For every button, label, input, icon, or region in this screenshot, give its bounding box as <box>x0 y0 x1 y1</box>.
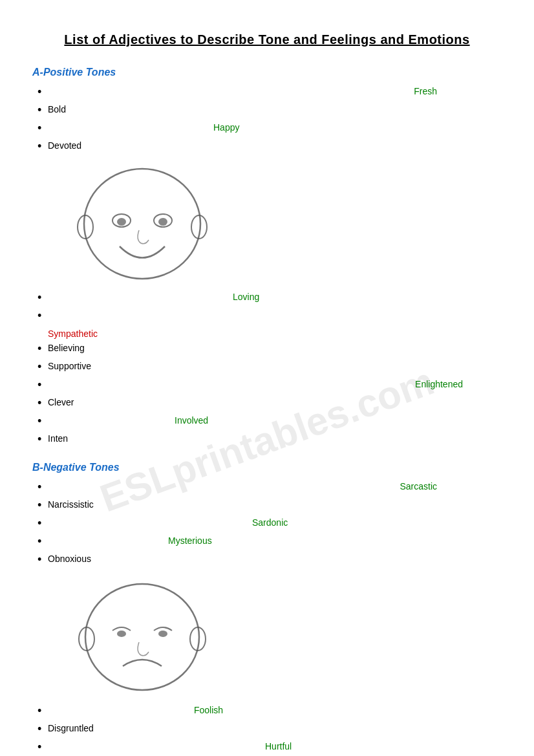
bullet: • <box>37 292 41 305</box>
list-item: • Devoted <box>32 140 502 156</box>
happy-face-svg <box>71 162 213 285</box>
fresh-label: Fresh <box>414 86 437 96</box>
obnoxious-label: Obnoxious <box>48 554 91 564</box>
bullet: • <box>37 481 41 494</box>
list-item: • Inten <box>32 433 502 449</box>
sympathetic-label: Sympathetic <box>48 329 98 339</box>
clever-label: Clever <box>48 397 74 407</box>
bullet: • <box>37 705 41 718</box>
believing-label: Believing <box>48 343 85 353</box>
bullet: • <box>37 310 41 323</box>
bullet: • <box>37 397 41 410</box>
positive-section: A-Positive Tones • Fresh • Bold • Happy … <box>32 67 502 449</box>
enlightened-label: Enlightened <box>415 379 463 389</box>
disgruntled-label: Disgruntled <box>48 723 94 733</box>
negative-heading: B-Negative Tones <box>32 462 502 473</box>
bullet: • <box>37 122 41 135</box>
bullet: • <box>37 343 41 356</box>
hurtful-label: Hurtful <box>265 741 292 751</box>
svg-point-0 <box>84 169 200 279</box>
foolish-label: Foolish <box>194 705 223 715</box>
list-item: • Believing <box>32 343 502 358</box>
svg-point-11 <box>158 631 167 637</box>
svg-point-6 <box>158 218 167 226</box>
happy-label: Happy <box>213 122 239 133</box>
list-item: • Supportive <box>32 361 502 376</box>
bullet: • <box>37 741 41 754</box>
list-item: • Enlightened <box>32 379 502 394</box>
list-item: • Happy <box>32 122 502 138</box>
list-item: • Hurtful <box>32 741 502 756</box>
svg-point-4 <box>117 218 126 226</box>
list-item: • Clever <box>32 397 502 413</box>
list-item: • Mysterious <box>32 535 502 551</box>
bullet: • <box>37 140 41 153</box>
list-item: • Loving <box>32 292 502 307</box>
bullet: • <box>37 415 41 428</box>
bullet: • <box>37 554 41 567</box>
list-item: • Involved <box>32 415 502 431</box>
bold-label: Bold <box>48 104 66 114</box>
sardonic-label: Sardonic <box>252 517 288 528</box>
bullet: • <box>37 535 41 548</box>
supportive-label: Supportive <box>48 361 91 371</box>
bullet: • <box>37 379 41 392</box>
sad-face-svg <box>71 576 213 698</box>
sarcastic-label: Sarcastic <box>400 481 437 491</box>
mysterious-label: Mysterious <box>168 535 212 546</box>
list-item: • Sarcastic <box>32 481 502 497</box>
sad-face-container <box>71 576 502 698</box>
bullet: • <box>37 517 41 530</box>
list-item: • Fresh <box>32 86 502 102</box>
loving-label: Loving <box>233 292 259 302</box>
bullet: • <box>37 499 41 512</box>
bullet: • <box>37 723 41 736</box>
happy-face-container <box>71 162 502 285</box>
list-item: • Obnoxious <box>32 554 502 569</box>
list-item: • Disgruntled <box>32 723 502 739</box>
devoted-label: Devoted <box>48 140 81 151</box>
negative-section: B-Negative Tones • Sarcastic • Narcissis… <box>32 462 502 756</box>
bullet: • <box>37 433 41 446</box>
page-title: List of Adjectives to Describe Tone and … <box>32 32 502 47</box>
inten-label: Inten <box>48 433 68 444</box>
bullet: • <box>37 86 41 99</box>
bullet: • <box>37 361 41 374</box>
narcissistic-label: Narcissistic <box>48 499 94 510</box>
list-item: • Sardonic <box>32 517 502 533</box>
positive-heading: A-Positive Tones <box>32 67 502 78</box>
list-item: • Narcissistic <box>32 499 502 515</box>
list-item: • <box>32 310 502 325</box>
list-item: • Foolish <box>32 705 502 720</box>
svg-point-7 <box>85 584 199 690</box>
svg-point-10 <box>117 631 126 637</box>
list-item: Sympathetic <box>32 328 502 340</box>
list-item: • Bold <box>32 104 502 120</box>
bullet: • <box>37 104 41 117</box>
involved-label: Involved <box>175 415 208 426</box>
